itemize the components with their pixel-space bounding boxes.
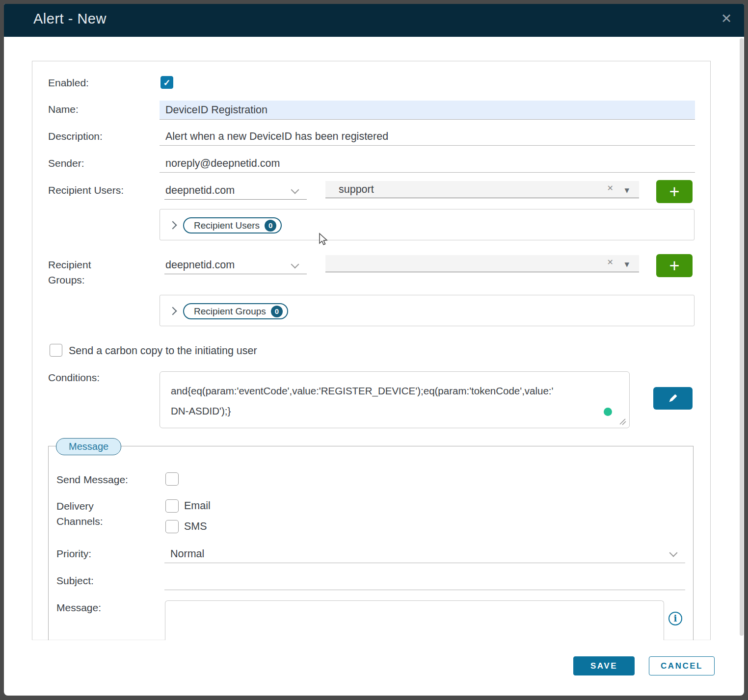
dropdown-triangle-icon[interactable]: ▾: [624, 184, 629, 196]
sms-checkbox-label: SMS: [184, 519, 207, 534]
save-button[interactable]: SAVE: [573, 656, 635, 675]
recipient-users-label: Recipient Users:: [48, 182, 124, 198]
edit-conditions-button[interactable]: [653, 387, 693, 410]
description-input[interactable]: Alert when a new DeviceID has been regis…: [160, 127, 695, 146]
send-message-checkbox[interactable]: [165, 472, 179, 486]
email-checkbox-label: Email: [184, 498, 211, 514]
resize-handle-icon[interactable]: [618, 417, 626, 425]
message-label: Message:: [56, 600, 101, 615]
email-checkbox[interactable]: [165, 499, 179, 513]
recipient-users-panel: Recipient Users 0: [160, 209, 695, 240]
recipient-users-count-badge: 0: [265, 220, 276, 232]
subject-input[interactable]: [164, 571, 685, 590]
recipient-groups-pill-label: Recipient Groups: [194, 306, 266, 317]
carbon-copy-checkbox[interactable]: [50, 344, 62, 357]
sender-label: Sender:: [48, 156, 84, 171]
name-label: Name:: [48, 102, 79, 117]
mouse-cursor: [317, 233, 328, 247]
recipient-users-combobox[interactable]: support ✕ ▾: [325, 181, 639, 198]
recipient-users-domain-value: deepnetid.com: [164, 182, 307, 199]
recipient-users-combobox-value: support: [325, 181, 639, 198]
chevron-right-icon[interactable]: [169, 307, 177, 315]
close-icon[interactable]: ✕: [718, 10, 735, 27]
dropdown-triangle-icon[interactable]: ▾: [624, 259, 629, 270]
enabled-label: Enabled:: [48, 75, 89, 90]
sender-input[interactable]: noreply@deepnetid.com: [160, 154, 695, 173]
sender-value: noreply@deepnetid.com: [160, 154, 695, 173]
recipient-users-pill-label: Recipient Users: [194, 220, 260, 231]
pencil-icon: [667, 392, 679, 404]
name-value: DeviceID Registration: [160, 101, 695, 120]
enabled-checkbox[interactable]: ✓: [160, 76, 173, 89]
message-textarea[interactable]: [165, 600, 664, 640]
dialog-title: Alert - New: [33, 11, 107, 27]
priority-value: Normal: [164, 544, 685, 563]
description-label: Description:: [48, 129, 103, 144]
recipient-groups-domain-select[interactable]: deepnetid.com: [164, 257, 307, 274]
recipient-groups-panel: Recipient Groups 0: [160, 295, 695, 326]
description-value: Alert when a new DeviceID has been regis…: [160, 127, 695, 146]
carbon-copy-label: Send a carbon copy to the initiating use…: [69, 343, 257, 359]
condition-valid-dot: [604, 408, 612, 416]
subject-label: Subject:: [56, 573, 94, 588]
recipient-groups-label: Recipient Groups:: [48, 257, 127, 287]
conditions-line2: DN-ASDID');}: [171, 405, 231, 417]
recipient-groups-combobox[interactable]: ✕ ▾: [325, 255, 639, 272]
recipient-groups-domain-value: deepnetid.com: [164, 257, 307, 273]
priority-label: Priority:: [56, 546, 91, 561]
recipient-groups-count-badge: 0: [271, 306, 283, 317]
conditions-line1: and{eq(param:'eventCode',value:'REGISTER…: [171, 385, 553, 397]
chevron-right-icon[interactable]: [169, 221, 177, 230]
name-input[interactable]: DeviceID Registration: [160, 101, 695, 120]
conditions-textarea[interactable]: and{eq(param:'eventCode',value:'REGISTER…: [160, 371, 630, 428]
delivery-channels-label: Delivery Channels:: [56, 498, 123, 529]
recipient-groups-pill[interactable]: Recipient Groups 0: [183, 303, 288, 319]
dialog-header: [4, 4, 744, 37]
check-icon: ✓: [163, 78, 170, 88]
add-recipient-group-button[interactable]: +: [656, 254, 693, 277]
clear-icon[interactable]: ✕: [607, 183, 614, 193]
scrollbar-thumb[interactable]: [740, 38, 744, 636]
screen: Alert - New ✕ Enabled: ✓ Name: DeviceID …: [0, 0, 748, 700]
send-message-label: Send Message:: [56, 472, 128, 487]
recipient-users-pill[interactable]: Recipient Users 0: [183, 217, 282, 233]
recipient-users-domain-select[interactable]: deepnetid.com: [164, 182, 307, 200]
cancel-button[interactable]: CANCEL: [649, 656, 715, 675]
message-section-tab[interactable]: Message: [56, 438, 121, 455]
add-recipient-user-button[interactable]: +: [656, 180, 693, 203]
sms-checkbox[interactable]: [165, 520, 179, 533]
clear-icon[interactable]: ✕: [607, 258, 614, 267]
conditions-label: Conditions:: [48, 370, 100, 385]
info-icon[interactable]: i: [668, 612, 682, 625]
priority-select[interactable]: Normal: [164, 544, 685, 563]
